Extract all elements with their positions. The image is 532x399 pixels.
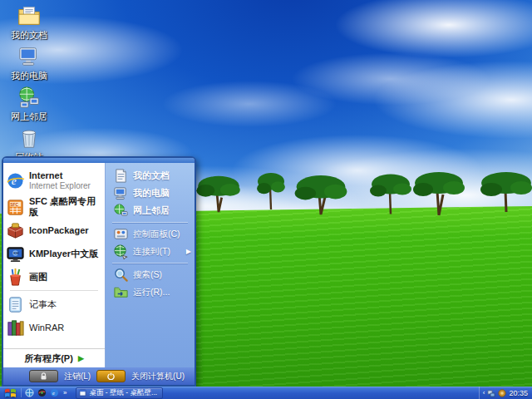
tree	[369, 173, 412, 215]
shut-down-button[interactable]	[96, 370, 126, 382]
window-icon	[79, 389, 86, 397]
desktop-icon-label: 我的文档	[11, 29, 47, 42]
svg-text:e: e	[52, 390, 55, 396]
menu-item-label: WinRAR	[29, 323, 64, 333]
menu-item-notepad[interactable]: 记事本	[3, 293, 105, 316]
taskbar: e » 桌面 - 壁纸 - 桌酷壁... ‹ 20:35	[0, 387, 532, 399]
menu-item-label: Internet Internet Explorer	[29, 170, 91, 190]
network-places-icon	[17, 85, 42, 110]
windows-logo-icon	[4, 387, 17, 398]
menu-item-label: 记事本	[29, 299, 57, 310]
menu-item-label: 连接到(T)	[133, 246, 170, 258]
menu-item-label: 网上邻居	[133, 204, 170, 217]
menu-item-paint[interactable]: 画图	[3, 265, 105, 288]
start-menu-footer: 注销(L) 关闭计算机(U)	[3, 367, 195, 385]
network-places-icon	[113, 203, 129, 219]
menu-item-label: 我的文档	[133, 170, 170, 182]
menu-item-winrar[interactable]: WinRAR	[3, 316, 105, 339]
quick-launch-overflow-chevron[interactable]: »	[62, 389, 67, 397]
tray-volume-icon[interactable]	[498, 389, 506, 397]
menu-item-label: 我的电脑	[133, 187, 170, 200]
menu-item-sfc[interactable]: SFC SFC 桌酷网专用版	[3, 195, 105, 219]
menu-item-run[interactable]: 运行(R)...	[106, 283, 195, 301]
menu-item-search[interactable]: 搜索(S)	[106, 266, 195, 283]
menu-item-my-documents[interactable]: 我的文档	[106, 167, 195, 185]
desktop-icon-label: 我的电脑	[11, 70, 47, 82]
svg-text:SFC: SFC	[10, 202, 18, 206]
winrar-icon	[6, 318, 25, 337]
task-button[interactable]: 桌面 - 壁纸 - 桌酷壁...	[76, 387, 163, 399]
menu-item-label: IconPackager	[29, 225, 89, 236]
menu-item-network-places[interactable]: 网上邻居	[106, 202, 195, 219]
menu-item-my-computer[interactable]: 我的电脑	[106, 185, 195, 202]
blue-globe-icon[interactable]	[25, 388, 34, 397]
browser-ball-icon[interactable]	[37, 388, 47, 397]
menu-separator	[112, 263, 188, 264]
run-icon	[113, 284, 129, 300]
my-documents-icon	[113, 168, 129, 184]
quick-launch: e »	[21, 388, 71, 397]
kmplayer-icon: KM	[6, 244, 25, 264]
system-tray: ‹ 20:35	[479, 387, 532, 399]
tray-network-icon[interactable]	[487, 389, 495, 397]
recycle-bin-icon	[17, 126, 42, 150]
shut-down-label[interactable]: 关闭计算机(U)	[131, 371, 185, 382]
log-off-label[interactable]: 注销(L)	[64, 371, 91, 382]
desktop-icon-network-places[interactable]: 网上邻居	[5, 85, 53, 123]
all-programs-label: 所有程序(P)	[24, 352, 73, 365]
menu-item-label: KMPlayer中文版	[29, 249, 98, 259]
search-icon	[113, 267, 129, 283]
notepad-icon	[6, 295, 25, 314]
lock-icon	[40, 372, 47, 381]
menu-item-iconpackager[interactable]: IconPackager	[3, 219, 105, 242]
menu-item-internet[interactable]: e Internet Internet Explorer	[3, 165, 105, 195]
paint-icon	[6, 268, 25, 287]
start-button[interactable]	[0, 387, 21, 399]
desktop-icons: 我的文档 我的电脑 网上邻居 回收站	[5, 3, 53, 164]
task-button-label: 桌面 - 壁纸 - 桌酷壁...	[89, 388, 157, 398]
all-programs-arrow-icon: ▶	[78, 354, 84, 362]
menu-item-kmplayer[interactable]: KM KMPlayer中文版	[3, 242, 105, 265]
desktop: 我的文档 我的电脑 网上邻居 回收站	[0, 0, 532, 399]
power-icon	[107, 372, 115, 380]
menu-separator	[10, 290, 98, 291]
tray-collapse-chevron[interactable]: ‹	[483, 389, 485, 397]
desktop-icon-label: 网上邻居	[11, 111, 47, 123]
start-menu-right-column: 我的文档 我的电脑 网上邻居	[105, 163, 195, 367]
menu-item-control-panel[interactable]: 控制面板(C)	[106, 225, 195, 243]
menu-item-label: SFC 桌酷网专用版	[29, 196, 102, 217]
desktop-icon-my-computer[interactable]: 我的电脑	[5, 44, 53, 82]
svg-text:e: e	[12, 175, 17, 187]
tree	[254, 171, 288, 210]
menu-item-label: 运行(R)...	[133, 287, 170, 298]
control-panel-icon	[113, 226, 129, 242]
connect-to-icon	[113, 244, 129, 259]
tree	[479, 171, 532, 213]
start-menu-left-column: e Internet Internet Explorer SFC SFC 桌酷网…	[3, 163, 105, 367]
internet-explorer-icon: e	[6, 171, 25, 190]
log-off-button[interactable]	[29, 370, 58, 382]
sfc-icon: SFC	[6, 198, 25, 217]
menu-separator	[112, 222, 188, 223]
my-documents-icon	[17, 3, 42, 28]
my-computer-icon	[113, 185, 129, 201]
taskbar-clock: 20:35	[509, 389, 528, 397]
desktop-icon-my-documents[interactable]: 我的文档	[5, 3, 53, 42]
tree	[195, 175, 243, 213]
all-programs-button[interactable]: 所有程序(P) ▶	[3, 348, 105, 367]
internet-explorer-icon[interactable]: e	[50, 388, 59, 397]
my-computer-icon	[17, 44, 42, 69]
tree	[412, 171, 466, 216]
start-menu: e Internet Internet Explorer SFC SFC 桌酷网…	[2, 156, 196, 387]
tree	[293, 175, 348, 215]
menu-item-label: 画图	[29, 272, 47, 283]
menu-item-label: 搜索(S)	[133, 269, 162, 281]
submenu-arrow-icon: ▶	[186, 248, 191, 255]
iconpackager-icon	[6, 221, 25, 240]
menu-spacer	[3, 339, 105, 348]
svg-text:KM: KM	[13, 251, 19, 255]
menu-item-connect-to[interactable]: 连接到(T) ▶	[106, 243, 195, 260]
menu-item-label: 控制面板(C)	[133, 229, 180, 240]
